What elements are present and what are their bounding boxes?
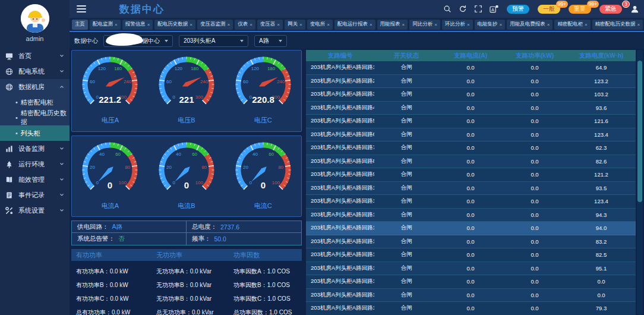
tab-energy-collect[interactable]: 电能集抄× [475, 20, 506, 30]
sidebar-item-data-room[interactable]: 数据机房 [0, 79, 70, 94]
close-icon[interactable]: × [228, 22, 231, 27]
cabinet-select[interactable]: 203列头柜A [179, 35, 248, 47]
sidebar-item-event-log[interactable]: 事件记录 [0, 187, 70, 203]
user-icon[interactable] [630, 5, 639, 14]
tab-yoy-analysis[interactable]: 同比分析× [409, 20, 440, 30]
close-icon[interactable]: × [115, 22, 118, 27]
sidebar-item-power-dist-system[interactable]: 配电系统 [0, 64, 70, 79]
cell-name: 203机房A列头柜A路回路3 [306, 90, 374, 98]
tab-alarm-info[interactable]: 报警信息× [122, 20, 153, 30]
close-icon[interactable]: × [250, 22, 252, 27]
table-row[interactable]: 203机房A列头柜A路回路16合闸0.00.095.1 [306, 262, 636, 276]
cell-state: 合闸 [374, 117, 438, 125]
power-table-row: 有功功率C：0.0 kW无功功率B：0.0 kVar功率因数C：1.0 COS [71, 292, 302, 305]
alarm-button-warning[interactable]: 预警 [507, 5, 529, 14]
table-row[interactable]: 203机房A列头柜A路回路17合闸0.00.00.0 [306, 275, 636, 289]
gauge-电压A: 060120180240300221.2电压A [72, 56, 147, 131]
refresh-icon[interactable] [459, 5, 467, 13]
tab-meter[interactable]: 仪表× [235, 20, 255, 30]
alarm-button-label: 一般 [543, 5, 555, 13]
svg-text:60: 60 [243, 79, 248, 84]
close-icon[interactable]: × [402, 22, 405, 27]
alarm-button-urgent[interactable]: 紧急3 [599, 5, 622, 14]
sidebar-subitem-precision-history[interactable]: •精密配电历史数据 [0, 110, 70, 125]
close-icon[interactable]: × [147, 22, 150, 27]
table-scrollbar[interactable] [637, 50, 643, 315]
fullscreen-icon[interactable] [474, 5, 482, 13]
close-icon[interactable]: × [585, 22, 588, 27]
info-value: 否 [118, 235, 125, 243]
close-icon[interactable]: × [299, 22, 302, 27]
table-row[interactable]: 203机房A列头柜A路回路4合闸0.00.093.6 [306, 102, 636, 115]
table-row[interactable]: 203机房A列头柜A路回路3合闸0.00.0103.2 [306, 88, 636, 102]
table-row[interactable]: 203机房A列头柜A路回路8合闸0.00.082.6 [306, 155, 636, 169]
sidebar-item-home[interactable]: 首页 [0, 48, 70, 64]
cell-state: 合闸 [374, 64, 438, 71]
close-icon[interactable]: × [637, 22, 640, 27]
tab-power-monitor[interactable]: 配电监测× [90, 20, 121, 30]
alarm-button-important[interactable]: 重要99+ [569, 5, 591, 14]
hamburger-icon[interactable] [77, 4, 86, 14]
sidebar-item-energy-mgmt[interactable]: 能效管理 [0, 172, 70, 187]
tab-precision-cabinet[interactable]: 精密配电柜× [554, 20, 590, 30]
tab-energy-fee-report[interactable]: 用能及电费报表× [507, 20, 553, 30]
sidebar-item-sys-settings[interactable]: 系统设置 [0, 203, 70, 218]
svg-text:20: 20 [166, 165, 172, 170]
table-row[interactable]: 203机房A列头柜A路回路11合闸0.00.0123.4 [306, 195, 636, 209]
tab-transformer[interactable]: 变压器× [257, 20, 283, 30]
cell-energy: 123.2 [567, 78, 636, 84]
close-icon[interactable]: × [547, 22, 550, 27]
table-row[interactable]: 203机房A列头柜A路回路14合闸0.00.083.2 [306, 235, 636, 249]
alarm-button-general[interactable]: 一般99+ [538, 5, 560, 14]
tab-mom-analysis[interactable]: 环比分析× [442, 20, 473, 30]
table-row[interactable]: 203机房A列头柜A路回路5合闸0.00.0121.6 [306, 115, 636, 128]
table-row[interactable]: 203机房A列头柜A路回路1合闸0.00.064.9 [306, 61, 636, 75]
scrollbar-thumb[interactable] [637, 61, 642, 202]
close-icon[interactable]: × [467, 22, 470, 27]
sidebar-subitem-column-cabinet[interactable]: •列头柜 [0, 125, 70, 141]
header-bar: 数据中心 A 预警一般99+重要99+紧急3 [70, 0, 644, 18]
table-row[interactable]: 203机房A列头柜A路回路2合闸0.00.0123.2 [306, 75, 636, 89]
circuit-select[interactable]: A路 [254, 35, 287, 47]
cell-state: 合闸 [374, 90, 438, 98]
datacenter-select[interactable]: 数据中心 [103, 35, 173, 47]
table-row[interactable]: 203机房A列头柜A路回路15合闸0.00.082.5 [306, 248, 636, 262]
info-label: 总电度： [192, 223, 217, 231]
sidebar-menu: 首页配电系统数据机房•精密配电柜•精密配电历史数据•列头柜设备监测运行环境能效管… [0, 48, 70, 218]
search-icon[interactable] [443, 5, 452, 13]
sidebar-subitem-precision-cabinet[interactable]: •精密配电柜 [0, 94, 70, 110]
close-icon[interactable]: × [327, 22, 330, 27]
tab-energy-report[interactable]: 用能报表× [377, 20, 408, 30]
table-row[interactable]: 203机房A列头柜A路回路18合闸0.00.00.0 [306, 289, 636, 303]
cell-state: 合闸 [374, 104, 438, 112]
close-icon[interactable]: × [190, 22, 192, 27]
table-row[interactable]: 203机房A列头柜A路回路12合闸0.00.094.3 [306, 209, 636, 222]
sidebar-item-device-monitor[interactable]: 设备监测 [0, 141, 70, 156]
tab-transformer-monitor[interactable]: 变压器监测× [197, 20, 233, 30]
table-row[interactable]: 203机房A列头柜A路回路10合闸0.00.093.5 [306, 182, 636, 196]
close-icon[interactable]: × [434, 22, 437, 27]
avatar[interactable] [21, 4, 49, 33]
close-icon[interactable]: × [277, 22, 280, 27]
tab-power-run-report[interactable]: 配电运行报表× [334, 20, 375, 30]
tab-substation[interactable]: 变电所× [307, 20, 333, 30]
table-row[interactable]: 203机房A列头柜A路回路9合闸0.00.0121.2 [306, 168, 636, 182]
tab-power-history[interactable]: 配电历史数据× [154, 20, 195, 30]
cell-energy: 121.6 [567, 118, 636, 124]
chevron-down-icon [59, 146, 64, 151]
tab-home[interactable]: 主页 [72, 20, 88, 30]
sidebar-item-run-env[interactable]: 运行环境 [0, 156, 70, 172]
voltage-gauge-panel: 060120180240300221.2电压A06012018024030022… [71, 50, 302, 132]
close-icon[interactable]: × [370, 22, 372, 27]
table-row[interactable]: 203机房A列头柜A路回路7合闸0.00.062.3 [306, 141, 636, 155]
cell-state: 合闸 [374, 158, 438, 165]
tab-precision-history[interactable]: 精密配电历史数据× [592, 20, 643, 30]
close-icon[interactable]: × [500, 22, 503, 27]
table-row[interactable]: 203机房A列头柜A路回路6合闸0.00.0123.4 [306, 128, 636, 142]
table-row[interactable]: 203机房A列头柜A路回路13合闸0.00.094.0 [306, 222, 636, 235]
tab-gateway[interactable]: 网关× [285, 20, 305, 30]
svg-text:0: 0 [260, 180, 265, 190]
table-row[interactable]: 203机房A列头柜A路回路19合闸0.00.079.3 [306, 302, 636, 315]
translate-icon[interactable]: A [490, 5, 498, 14]
cell-energy: 95.1 [567, 265, 636, 272]
